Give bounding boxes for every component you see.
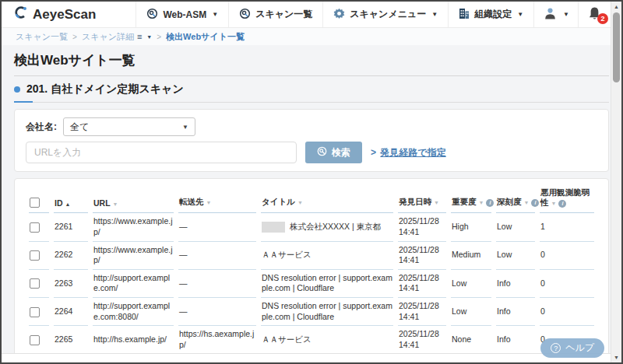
- scrollbar-thumb[interactable]: [613, 12, 620, 82]
- viewport-bottom-strip: [2, 353, 611, 362]
- scrollbar[interactable]: ▲ ▼: [611, 2, 621, 362]
- company-select-value: 全て: [70, 121, 89, 134]
- question-circle-icon: ?: [551, 343, 561, 353]
- gear-icon: [333, 8, 345, 22]
- row-checkbox[interactable]: [30, 250, 40, 261]
- help-button[interactable]: ? ヘルプ: [540, 338, 604, 358]
- filter-caret-icon[interactable]: ▼: [206, 200, 212, 205]
- table-row: 2262https://www.example.jp/—ＡＡサービス2025/1…: [29, 242, 594, 270]
- table-row: 2264http://support.example.com:8080/—DNS…: [29, 298, 594, 326]
- info-icon[interactable]: i: [558, 200, 566, 208]
- nav-org-settings[interactable]: 組織設定 ▼: [448, 2, 533, 27]
- nav-label: スキャンメニュー: [350, 8, 426, 21]
- sort-asc-icon[interactable]: ▲: [65, 201, 71, 207]
- scan-search-icon: [146, 8, 158, 22]
- column-header-2[interactable]: 転送先▼: [178, 180, 256, 213]
- nav-notifications[interactable]: 2: [578, 2, 611, 27]
- cell-severity: Info: [496, 270, 535, 298]
- breadcrumb-scan-detail[interactable]: スキャン詳細: [82, 31, 134, 43]
- route-filter-link[interactable]: > 発見経路で指定: [371, 146, 446, 159]
- company-select[interactable]: 全て ▼: [63, 117, 195, 136]
- nav-scan-list[interactable]: スキャン一覧: [228, 2, 322, 27]
- info-icon[interactable]: i: [531, 199, 539, 207]
- column-label: 転送先: [179, 197, 204, 206]
- column-header-5[interactable]: 重要度▼i: [451, 180, 491, 213]
- info-icon[interactable]: i: [486, 199, 494, 207]
- nav-scan-menu[interactable]: スキャンメニュー ▼: [322, 2, 448, 27]
- nav-web-asm[interactable]: Web-ASM ▼: [136, 2, 228, 27]
- search-button[interactable]: 検索: [305, 142, 362, 163]
- help-button-label: ヘルプ: [565, 341, 594, 355]
- nav-label: スキャン一覧: [255, 8, 312, 21]
- favicon-placeholder: [262, 222, 285, 233]
- cell-exploited-count: 0: [540, 270, 594, 298]
- scroll-down-arrow[interactable]: ▼: [611, 355, 621, 360]
- row-checkbox[interactable]: [30, 222, 40, 233]
- cell-discovered: 2025/11/28 14:41: [398, 298, 446, 326]
- column-header-4[interactable]: 発見日時▼: [398, 180, 446, 213]
- company-select-label: 会社名:: [26, 121, 57, 134]
- breadcrumb-current[interactable]: 検出Webサイト一覧: [166, 31, 245, 43]
- cell-exploited-count: 0: [540, 242, 594, 270]
- scroll-up-arrow[interactable]: ▲: [611, 4, 621, 9]
- filter-caret-icon[interactable]: ▼: [297, 200, 303, 205]
- select-all-checkbox[interactable]: [30, 198, 40, 208]
- page-content: 検出Webサイト一覧 201. 自社ドメイン定期スキャン 会社名: 全て ▼ 検: [2, 45, 621, 353]
- cell-redirect: —: [178, 242, 256, 270]
- table-row: 2261https://www.example.jp/—株式会社XXXXX | …: [29, 213, 594, 241]
- cell-discovered: 2025/11/28 14:41: [398, 270, 446, 298]
- app-logo[interactable]: AeyeScan: [14, 2, 96, 27]
- cell-redirect: —: [178, 298, 256, 326]
- cell-severity: Info: [496, 326, 535, 353]
- chevron-right-icon: >: [371, 147, 376, 158]
- column-header-1[interactable]: URL▼: [93, 180, 174, 213]
- table-header-row: ID▲URL▼転送先▼タイトル▼発見日時▼重要度▼i深刻度▼i悪用観測脆弱性▼i: [29, 180, 594, 213]
- row-checkbox[interactable]: [30, 307, 40, 317]
- cell-importance: Low: [451, 270, 491, 298]
- filter-caret-icon[interactable]: ▼: [551, 201, 557, 206]
- cell-id: 2263: [54, 270, 88, 298]
- section-header: 201. 自社ドメイン定期スキャン: [14, 82, 609, 103]
- column-header-0[interactable]: ID▲: [54, 180, 88, 213]
- column-header-6[interactable]: 深刻度▼i: [496, 180, 535, 213]
- app-header: AeyeScan Web-ASM ▼ スキャン一覧 スキャンメニュー: [2, 2, 621, 28]
- filter-caret-icon[interactable]: ▼: [524, 200, 530, 205]
- column-header-7[interactable]: 悪用観測脆弱性▼i: [540, 180, 594, 213]
- column-label: 重要度: [452, 197, 477, 206]
- search-panel: 会社名: 全て ▼ 検索 > 発見経路で指定: [14, 109, 609, 172]
- website-table-body: 2261https://www.example.jp/—株式会社XXXXX | …: [29, 213, 594, 353]
- breadcrumb-scan-list[interactable]: スキャン一覧: [16, 31, 68, 43]
- cell-severity: Low: [496, 213, 535, 241]
- column-label: ID: [55, 198, 63, 208]
- nav-user-menu[interactable]: ▼: [533, 2, 578, 27]
- filter-caret-icon[interactable]: ▼: [113, 201, 118, 207]
- cell-title: DNS resolution error | support.example.c…: [261, 298, 393, 326]
- cell-discovered: 2025/11/28 14:41: [398, 242, 446, 270]
- row-checkbox[interactable]: [30, 335, 40, 345]
- cell-exploited-count: 1: [540, 213, 594, 241]
- cell-id: 2265: [54, 326, 88, 353]
- url-search-input[interactable]: [26, 142, 297, 163]
- user-icon: [543, 7, 558, 22]
- list-icon[interactable]: ≡: [137, 32, 142, 41]
- page-title: 検出Webサイト一覧: [14, 51, 609, 76]
- cell-exploited-count: 0: [540, 298, 594, 326]
- cell-redirect: https://hs.aexample.jp/: [178, 326, 256, 353]
- column-label: 発見日時: [399, 197, 431, 206]
- cell-importance: Low: [451, 298, 491, 326]
- filter-caret-icon[interactable]: ▼: [434, 200, 439, 205]
- detected-sites-table-card: ID▲URL▼転送先▼タイトル▼発見日時▼重要度▼i深刻度▼i悪用観測脆弱性▼i…: [14, 178, 609, 353]
- scan-search-icon: [317, 146, 327, 159]
- cell-importance: None: [451, 326, 491, 353]
- filter-caret-icon[interactable]: ▼: [479, 200, 484, 205]
- cell-url: https://www.example.jp/: [93, 242, 174, 270]
- cell-discovered: 2025/11/28 14:41: [398, 213, 446, 241]
- cell-url: https://www.example.jp/: [93, 213, 174, 241]
- cell-id: 2264: [54, 298, 88, 326]
- chevron-down-icon[interactable]: ▼: [146, 34, 152, 40]
- main-nav: Web-ASM ▼ スキャン一覧 スキャンメニュー ▼ 組織設: [136, 2, 611, 27]
- row-checkbox[interactable]: [30, 278, 40, 289]
- cell-title: ＡＡサービス: [261, 242, 393, 270]
- cell-redirect: —: [178, 213, 256, 241]
- column-header-3[interactable]: タイトル▼: [261, 180, 393, 213]
